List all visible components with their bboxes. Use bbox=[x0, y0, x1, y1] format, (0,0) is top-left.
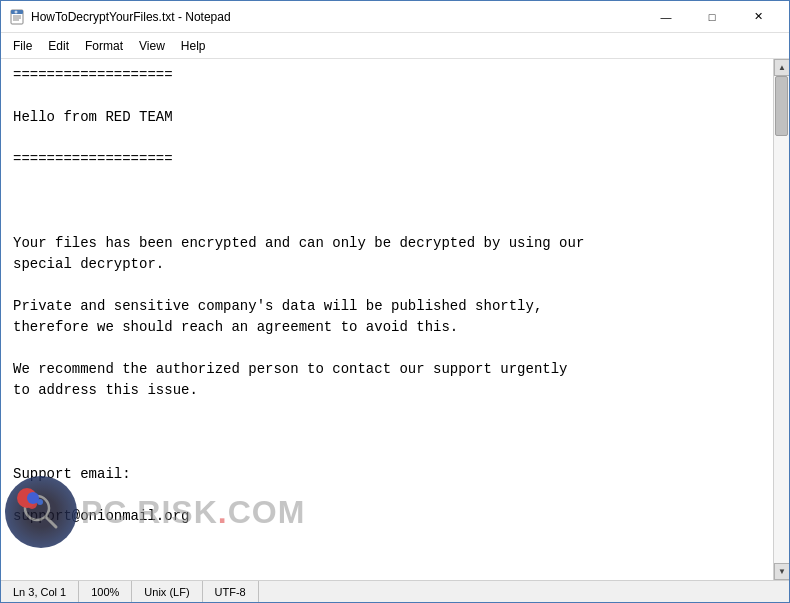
svg-point-5 bbox=[15, 10, 18, 13]
title-bar: HowToDecryptYourFiles.txt - Notepad — □ … bbox=[1, 1, 789, 33]
scroll-up-button[interactable]: ▲ bbox=[774, 59, 789, 76]
status-zoom: 100% bbox=[79, 581, 132, 602]
maximize-button[interactable]: □ bbox=[689, 1, 735, 33]
status-line-col: Ln 3, Col 1 bbox=[9, 581, 79, 602]
app-icon bbox=[9, 9, 25, 25]
text-content[interactable]: =================== Hello from RED TEAM … bbox=[1, 59, 773, 580]
notepad-window: HowToDecryptYourFiles.txt - Notepad — □ … bbox=[0, 0, 790, 603]
menu-file[interactable]: File bbox=[5, 37, 40, 55]
menu-edit[interactable]: Edit bbox=[40, 37, 77, 55]
menu-view[interactable]: View bbox=[131, 37, 173, 55]
menu-help[interactable]: Help bbox=[173, 37, 214, 55]
window-title: HowToDecryptYourFiles.txt - Notepad bbox=[31, 10, 643, 24]
menu-bar: File Edit Format View Help bbox=[1, 33, 789, 59]
scrollbar-thumb[interactable] bbox=[775, 76, 788, 136]
scroll-down-button[interactable]: ▼ bbox=[774, 563, 789, 580]
status-bar: Ln 3, Col 1 100% Unix (LF) UTF-8 bbox=[1, 580, 789, 602]
scrollbar[interactable]: ▲ ▼ bbox=[773, 59, 789, 580]
status-encoding: UTF-8 bbox=[203, 581, 259, 602]
scrollbar-track[interactable] bbox=[774, 76, 789, 563]
menu-format[interactable]: Format bbox=[77, 37, 131, 55]
close-button[interactable]: ✕ bbox=[735, 1, 781, 33]
content-area: =================== Hello from RED TEAM … bbox=[1, 59, 789, 580]
window-controls: — □ ✕ bbox=[643, 1, 781, 33]
minimize-button[interactable]: — bbox=[643, 1, 689, 33]
status-line-ending: Unix (LF) bbox=[132, 581, 202, 602]
